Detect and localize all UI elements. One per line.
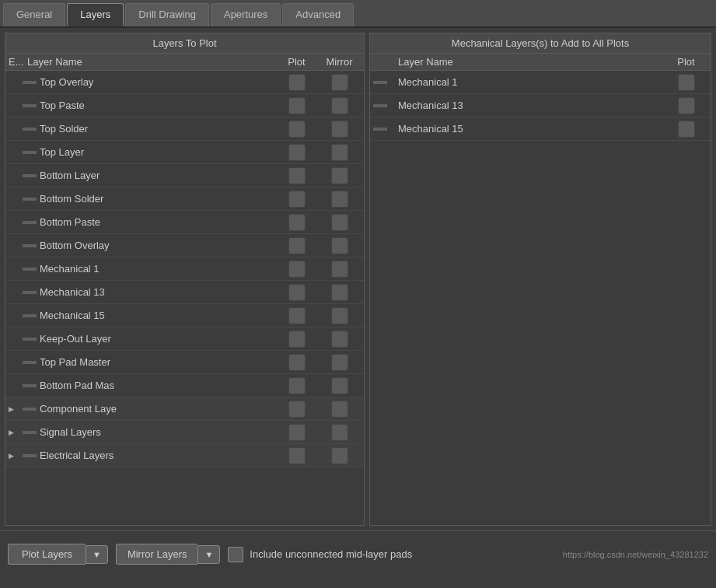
- table-row: Top Pad Master: [5, 351, 364, 374]
- plot-checkbox[interactable]: [288, 354, 306, 371]
- plot-checkbox[interactable]: [288, 167, 306, 184]
- mirror-checkbox[interactable]: [331, 331, 348, 348]
- mirror-checkbox[interactable]: [331, 74, 348, 91]
- mirror-checkbox[interactable]: [331, 144, 348, 161]
- layer-name: Top Overlay: [40, 76, 275, 88]
- plot-checkbox[interactable]: [288, 377, 306, 394]
- mirror-checkbox-cell: [318, 401, 361, 418]
- layer-color-indicator: [23, 198, 40, 201]
- plot-checkbox-cell: [275, 377, 318, 394]
- tab-layers[interactable]: Layers: [67, 3, 124, 26]
- include-label-text: Include unconnected mid-layer pads: [250, 548, 412, 560]
- mirror-checkbox-cell: [318, 331, 361, 348]
- mirror-checkbox-cell: [318, 237, 361, 254]
- table-row: ▶Signal Layers: [5, 421, 364, 444]
- tab-advanced[interactable]: Advanced: [282, 3, 354, 26]
- mirror-checkbox-cell: [318, 191, 361, 208]
- plot-checkbox-cell: [275, 354, 318, 371]
- plot-checkbox-cell: [275, 167, 318, 184]
- mirror-layers-button[interactable]: Mirror Layers: [116, 544, 198, 565]
- layer-name: Bottom Solder: [40, 193, 275, 205]
- plot-layers-button[interactable]: Plot Layers: [8, 544, 86, 565]
- left-panel: Layers To Plot E... Layer Name Plot Mirr…: [5, 33, 365, 526]
- mech-layer-row: Mechanical 13: [370, 94, 711, 117]
- expand-icon[interactable]: ▶: [9, 452, 23, 460]
- mirror-layers-group: Mirror Layers ▼: [116, 544, 220, 565]
- url-text: https://blog.csdn.net/weixin_43281232: [563, 550, 708, 559]
- mirror-checkbox[interactable]: [331, 261, 348, 278]
- plot-checkbox[interactable]: [288, 424, 306, 441]
- mirror-checkbox[interactable]: [331, 284, 348, 301]
- mirror-checkbox[interactable]: [331, 191, 348, 208]
- right-table-header: Layer Name Plot: [370, 54, 711, 71]
- mirror-checkbox[interactable]: [331, 424, 348, 441]
- layer-color-indicator: [23, 384, 40, 387]
- plot-checkbox[interactable]: [288, 237, 306, 254]
- mirror-checkbox[interactable]: [331, 97, 348, 114]
- mirror-checkbox-cell: [318, 144, 361, 161]
- mirror-checkbox[interactable]: [331, 214, 348, 231]
- mirror-checkbox[interactable]: [331, 377, 348, 394]
- mirror-checkbox[interactable]: [331, 307, 348, 324]
- mech-plot-checkbox[interactable]: [678, 97, 695, 114]
- layer-color-indicator: [23, 291, 40, 294]
- plot-checkbox-cell: [275, 144, 318, 161]
- plot-checkbox[interactable]: [288, 447, 306, 464]
- layer-color-indicator: [23, 454, 40, 457]
- mech-layer-indicator: [373, 81, 398, 84]
- mech-plot-checkbox[interactable]: [678, 121, 695, 138]
- mech-plot-checkbox-cell: [665, 97, 707, 114]
- plot-checkbox[interactable]: [288, 144, 306, 161]
- mirror-checkbox[interactable]: [331, 237, 348, 254]
- plot-checkbox[interactable]: [288, 97, 306, 114]
- mirror-checkbox-cell: [318, 121, 361, 138]
- plot-checkbox[interactable]: [288, 284, 306, 301]
- include-checkbox-label: Include unconnected mid-layer pads: [228, 547, 412, 562]
- plot-checkbox[interactable]: [288, 74, 306, 91]
- plot-checkbox[interactable]: [288, 121, 306, 138]
- plot-checkbox-cell: [275, 74, 318, 91]
- tab-general[interactable]: General: [3, 3, 65, 26]
- plot-checkbox[interactable]: [288, 214, 306, 231]
- left-scroll[interactable]: Top OverlayTop PasteTop SolderTop LayerB…: [5, 71, 364, 525]
- mirror-checkbox[interactable]: [331, 401, 348, 418]
- table-row: Keep-Out Layer: [5, 327, 364, 351]
- table-row: Top Overlay: [5, 71, 364, 94]
- mirror-checkbox[interactable]: [331, 447, 348, 464]
- mirror-checkbox[interactable]: [331, 121, 348, 138]
- mech-plot-checkbox[interactable]: [678, 74, 695, 91]
- table-row: ▶Electrical Layers: [5, 444, 364, 467]
- layer-color-indicator: [23, 81, 40, 84]
- plot-checkbox-cell: [275, 447, 318, 464]
- plot-layers-dropdown[interactable]: ▼: [86, 545, 108, 564]
- layer-color-indicator: [23, 151, 40, 154]
- plot-checkbox[interactable]: [288, 331, 306, 348]
- plot-checkbox-cell: [275, 214, 318, 231]
- mech-layer-name: Mechanical 13: [398, 100, 665, 111]
- table-row: Mechanical 13: [5, 281, 364, 304]
- r-col-plot-header: Plot: [665, 56, 707, 68]
- mirror-checkbox-cell: [318, 447, 361, 464]
- mirror-checkbox[interactable]: [331, 354, 348, 371]
- col-plot-header: Plot: [275, 56, 318, 68]
- plot-checkbox-cell: [275, 307, 318, 324]
- expand-icon[interactable]: ▶: [9, 405, 23, 413]
- layer-name: Signal Layers: [40, 426, 275, 438]
- plot-checkbox-cell: [275, 284, 318, 301]
- include-checkbox[interactable]: [228, 547, 243, 562]
- expand-icon[interactable]: ▶: [9, 429, 23, 436]
- mirror-checkbox[interactable]: [331, 167, 348, 184]
- tab-drill[interactable]: Drill Drawing: [125, 3, 209, 26]
- plot-checkbox[interactable]: [288, 307, 306, 324]
- tab-apertures[interactable]: Apertures: [211, 3, 281, 26]
- mirror-checkbox-cell: [318, 284, 361, 301]
- mirror-checkbox-cell: [318, 167, 361, 184]
- left-table-body: Top OverlayTop PasteTop SolderTop LayerB…: [5, 71, 364, 525]
- plot-checkbox[interactable]: [288, 401, 306, 418]
- plot-checkbox-cell: [275, 191, 318, 208]
- layer-name: Top Pad Master: [40, 356, 275, 368]
- plot-checkbox[interactable]: [288, 191, 306, 208]
- plot-checkbox[interactable]: [288, 261, 306, 278]
- plot-checkbox-cell: [275, 331, 318, 348]
- mirror-layers-dropdown[interactable]: ▼: [197, 545, 220, 564]
